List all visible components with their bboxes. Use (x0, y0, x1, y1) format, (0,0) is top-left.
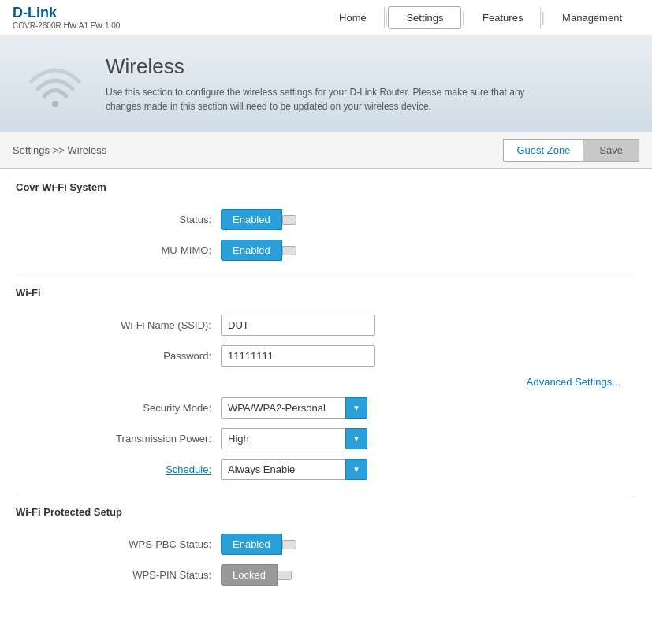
mu-mimo-enabled-btn[interactable]: Enabled (221, 240, 282, 261)
save-button[interactable]: Save (583, 139, 639, 162)
password-row: Password: (16, 345, 636, 367)
divider-2 (16, 493, 636, 493)
nav-management[interactable]: Management (545, 7, 639, 28)
status-label: Status: (16, 214, 221, 225)
nav-features[interactable]: Features (465, 7, 541, 28)
logo-area: D-Link COVR-2600R HW:A1 FW:1.00 (13, 5, 120, 30)
nav-settings[interactable]: Settings (388, 6, 461, 29)
wifi-icon (24, 51, 87, 117)
breadcrumb-actions: Guest Zone Save (503, 139, 639, 162)
header: D-Link COVR-2600R HW:A1 FW:1.00 Home | S… (0, 0, 652, 35)
transmission-power-select-wrapper: High Medium Low (221, 428, 367, 449)
main-content: Covr Wi-Fi System Status: Enabled MU-MIM… (0, 169, 652, 608)
transmission-power-row: Transmission Power: High Medium Low (16, 428, 636, 449)
status-row: Status: Enabled (16, 209, 636, 230)
password-label: Password: (16, 350, 221, 362)
ssid-input[interactable] (221, 315, 375, 336)
ssid-row: Wi-Fi Name (SSID): (16, 315, 636, 336)
svg-point-0 (52, 101, 58, 107)
password-input[interactable] (221, 345, 375, 367)
status-toggle: Enabled (221, 209, 296, 230)
wps-pbc-row: WPS-PBC Status: Enabled (16, 534, 636, 555)
schedule-link[interactable]: Schedule: (166, 463, 211, 475)
ssid-label: Wi-Fi Name (SSID): (16, 319, 221, 331)
security-mode-row: Security Mode: WPA/WPA2-Personal WPA2 WE… (16, 397, 636, 419)
mu-mimo-label: MU-MIMO: (16, 244, 221, 256)
mu-mimo-toggle: Enabled (221, 240, 296, 261)
wifi-icon-area (24, 51, 87, 117)
breadcrumb: Settings >> Wireless (13, 144, 106, 156)
divider-1 (16, 274, 636, 274)
page-banner: Wireless Use this section to configure t… (0, 35, 652, 132)
schedule-select-wrapper: Always Enable Custom (221, 459, 367, 480)
wps-pbc-disabled-btn[interactable] (282, 540, 296, 549)
logo: D-Link (13, 5, 120, 21)
wps-pin-unlocked-btn[interactable] (278, 571, 292, 580)
wifi-section-heading: Wi-Fi (16, 287, 636, 302)
nav-home[interactable]: Home (322, 7, 385, 28)
transmission-power-label: Transmission Power: (16, 433, 221, 445)
wps-section: Wi-Fi Protected Setup WPS-PBC Status: En… (16, 506, 636, 586)
wps-pin-toggle: Locked (221, 564, 292, 586)
schedule-select[interactable]: Always Enable Custom (221, 459, 367, 480)
mu-mimo-row: MU-MIMO: Enabled (16, 240, 636, 261)
mu-mimo-disabled-btn[interactable] (282, 246, 296, 255)
wps-pin-locked-btn[interactable]: Locked (221, 564, 278, 586)
page-title: Wireless (106, 54, 563, 79)
schedule-label: Schedule: (16, 463, 221, 475)
breadcrumb-row: Settings >> Wireless Guest Zone Save (0, 132, 652, 169)
status-enabled-btn[interactable]: Enabled (221, 209, 282, 230)
wps-pin-label: WPS-PIN Status: (16, 569, 221, 581)
wps-pbc-toggle: Enabled (221, 534, 296, 555)
wps-pin-row: WPS-PIN Status: Locked (16, 564, 636, 586)
guest-zone-button[interactable]: Guest Zone (503, 139, 583, 162)
advanced-settings-link[interactable]: Advanced Settings... (16, 376, 636, 388)
security-mode-select[interactable]: WPA/WPA2-Personal WPA2 WEP None (221, 397, 367, 419)
page-description: Use this section to configure the wirele… (106, 85, 563, 114)
wps-pbc-label: WPS-PBC Status: (16, 538, 221, 550)
status-disabled-btn[interactable] (282, 215, 296, 225)
schedule-row: Schedule: Always Enable Custom (16, 459, 636, 480)
wps-section-heading: Wi-Fi Protected Setup (16, 506, 636, 521)
banner-text: Wireless Use this section to configure t… (106, 54, 563, 114)
covr-section-heading: Covr Wi-Fi System (16, 181, 636, 196)
security-mode-label: Security Mode: (16, 402, 221, 414)
main-nav: Home | Settings | Features | Management (322, 6, 639, 29)
logo-subtitle: COVR-2600R HW:A1 FW:1.00 (13, 21, 120, 30)
transmission-power-select[interactable]: High Medium Low (221, 428, 367, 449)
wps-pbc-enabled-btn[interactable]: Enabled (221, 534, 282, 555)
security-mode-select-wrapper: WPA/WPA2-Personal WPA2 WEP None (221, 397, 367, 419)
